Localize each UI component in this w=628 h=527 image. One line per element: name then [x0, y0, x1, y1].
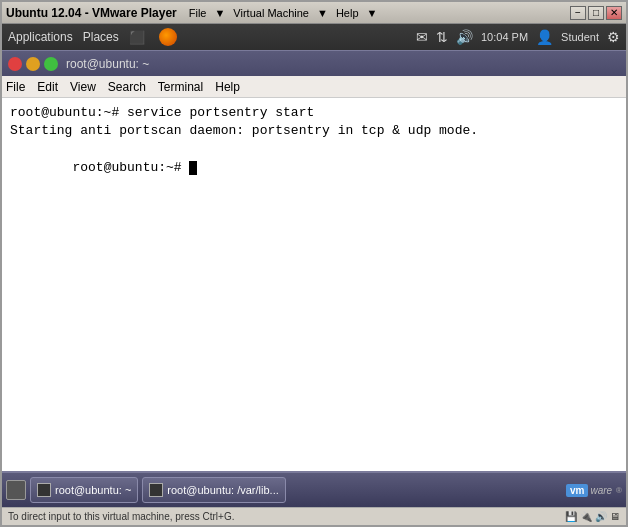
close-button[interactable]: ✕ [606, 6, 622, 20]
vmware-taskbar-logo: vm ware ® [566, 484, 622, 497]
menu-file-arrow: ▼ [214, 7, 225, 19]
vm-info-bar: To direct input to this virtual machine,… [2, 507, 626, 525]
taskbar-left-icon [6, 480, 26, 500]
panel-left: Applications Places ⬛ [8, 28, 177, 46]
titlebar-left: Ubuntu 12.04 - VMware Player File ▼ Virt… [6, 6, 377, 20]
taskbar-item-2-label: root@ubuntu: /var/lib... [167, 484, 278, 496]
network-status-icon: 🔌 [580, 511, 592, 522]
network-icon: ⇅ [436, 29, 448, 45]
terminal-line-3: root@ubuntu:~# [10, 140, 618, 195]
menu-virtual-machine[interactable]: Virtual Machine [233, 7, 309, 19]
menu-help[interactable]: Help [215, 80, 240, 94]
terminal-menubar: File Edit View Search Terminal Help [2, 76, 626, 98]
terminal-body[interactable]: root@ubuntu:~# service portsentry start … [2, 98, 626, 471]
terminal-prompt: root@ubuntu:~# [72, 160, 189, 175]
panel-right: ✉ ⇅ 🔊 10:04 PM 👤 Student ⚙ [416, 29, 620, 45]
clock[interactable]: 10:04 PM [481, 31, 528, 43]
menu-vm-arrow: ▼ [317, 7, 328, 19]
registered-mark: ® [616, 486, 622, 495]
terminal-cursor [189, 161, 197, 175]
menu-help-arrow: ▼ [367, 7, 378, 19]
taskbar-item-1[interactable]: root@ubuntu: ~ [30, 477, 138, 503]
taskbar-item-2[interactable]: root@ubuntu: /var/lib... [142, 477, 285, 503]
email-icon: ✉ [416, 29, 428, 45]
menu-edit[interactable]: Edit [37, 80, 58, 94]
volume-icon: 🔊 [456, 29, 473, 45]
places-menu[interactable]: Places [83, 30, 119, 44]
terminal-icon-2 [149, 483, 163, 497]
vm-status-icons: 💾 🔌 🔊 🖥 [565, 511, 620, 522]
user-icon: 👤 [536, 29, 553, 45]
vmware-menubar: File ▼ Virtual Machine ▼ Help ▼ [189, 7, 378, 19]
usb-icon: 💾 [565, 511, 577, 522]
terminal-minimize-btn[interactable] [26, 57, 40, 71]
ware-logo: ware [590, 485, 612, 496]
firefox-icon[interactable] [159, 28, 177, 46]
window-controls [8, 57, 58, 71]
terminal-icon-1 [37, 483, 51, 497]
restore-button[interactable]: □ [588, 6, 604, 20]
terminal-close-btn[interactable] [8, 57, 22, 71]
menu-file[interactable]: File [189, 7, 207, 19]
username[interactable]: Student [561, 31, 599, 43]
menu-search[interactable]: Search [108, 80, 146, 94]
terminal-maximize-btn[interactable] [44, 57, 58, 71]
display-status-icon: 🖥 [610, 511, 620, 522]
taskbar-item-1-label: root@ubuntu: ~ [55, 484, 131, 496]
taskbar: root@ubuntu: ~ root@ubuntu: /var/lib... … [2, 471, 626, 507]
terminal-window-title: root@ubuntu: ~ [66, 57, 149, 71]
menu-view[interactable]: View [70, 80, 96, 94]
vmware-window: Ubuntu 12.04 - VMware Player File ▼ Virt… [0, 0, 628, 527]
vm-info-text: To direct input to this virtual machine,… [8, 511, 234, 522]
titlebar-right: − □ ✕ [570, 6, 622, 20]
applications-menu[interactable]: Applications [8, 30, 73, 44]
terminal-line-1: root@ubuntu:~# service portsentry start [10, 104, 618, 122]
vm-logo: vm [566, 484, 588, 497]
menu-file[interactable]: File [6, 80, 25, 94]
minimize-button[interactable]: − [570, 6, 586, 20]
menu-terminal[interactable]: Terminal [158, 80, 203, 94]
vmware-titlebar: Ubuntu 12.04 - VMware Player File ▼ Virt… [2, 2, 626, 24]
vmware-title: Ubuntu 12.04 - VMware Player [6, 6, 177, 20]
ubuntu-top-panel: Applications Places ⬛ ✉ ⇅ 🔊 10:04 PM 👤 S… [2, 24, 626, 50]
vm-content: Applications Places ⬛ ✉ ⇅ 🔊 10:04 PM 👤 S… [2, 24, 626, 507]
audio-status-icon: 🔊 [595, 511, 607, 522]
terminal-window-bar: root@ubuntu: ~ [2, 50, 626, 76]
menu-help[interactable]: Help [336, 7, 359, 19]
panel-screenshot-icon: ⬛ [129, 30, 145, 45]
settings-icon[interactable]: ⚙ [607, 29, 620, 45]
terminal-line-2: Starting anti portscan daemon: portsentr… [10, 122, 618, 140]
